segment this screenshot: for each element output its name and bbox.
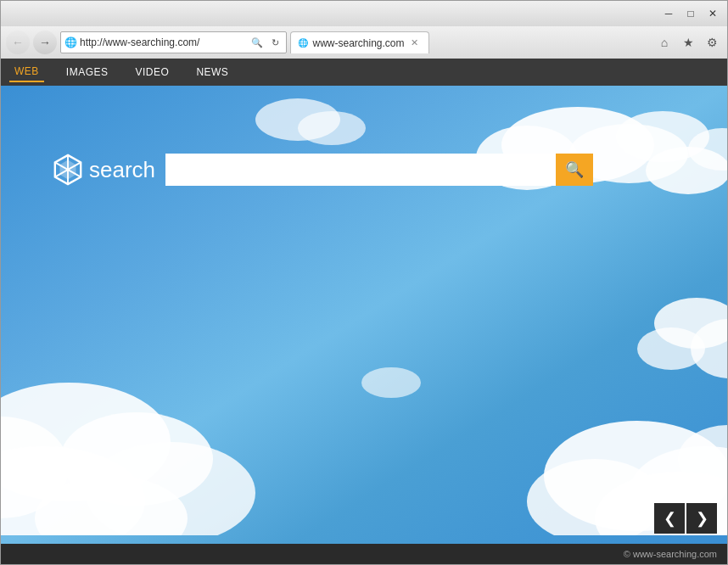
menu-bar: WEB IMAGES VIDEO NEWS (1, 59, 727, 86)
title-bar: ─ □ ✕ (1, 1, 727, 26)
search-button[interactable]: 🔍 (556, 154, 593, 186)
forward-button[interactable]: → (33, 31, 57, 54)
home-button[interactable]: ⌂ (654, 32, 675, 53)
menu-item-video[interactable]: VIDEO (131, 63, 175, 81)
back-button[interactable]: ← (6, 31, 30, 54)
brand-logo: search (52, 154, 155, 186)
browser-tab[interactable]: 🌐 www-searching.com ✕ (290, 31, 428, 53)
footer: © www-searching.com (1, 544, 727, 564)
menu-item-web[interactable]: WEB (9, 62, 44, 82)
logo-icon (52, 154, 84, 186)
nav-arrows: ❮ ❯ (654, 503, 717, 534)
nav-bar: ← → 🌐 🔍 ↻ 🌐 www-searching.com ✕ ⌂ ★ ⚙ (1, 26, 727, 59)
menu-item-news[interactable]: NEWS (191, 63, 233, 81)
tab-favicon: 🌐 (298, 38, 308, 48)
footer-text: © www-searching.com (624, 549, 717, 559)
close-button[interactable]: ✕ (702, 5, 724, 22)
tab-close-button[interactable]: ✕ (409, 37, 420, 48)
address-input[interactable] (80, 36, 247, 48)
search-input[interactable] (165, 154, 556, 186)
restore-button[interactable]: □ (680, 5, 702, 22)
search-address-button[interactable]: 🔍 (249, 35, 265, 50)
tab-title: www-searching.com (312, 37, 404, 49)
main-content: search 🔍 ❮ ❯ (1, 86, 727, 544)
settings-button[interactable]: ⚙ (702, 32, 722, 53)
next-arrow-button[interactable]: ❯ (686, 503, 717, 534)
menu-item-images[interactable]: IMAGES (61, 63, 114, 81)
address-bar: 🌐 🔍 ↻ (60, 31, 287, 53)
address-favicon: 🌐 (64, 36, 77, 48)
search-widget: search 🔍 (52, 154, 593, 186)
search-form: 🔍 (165, 154, 593, 186)
refresh-button[interactable]: ↻ (267, 35, 283, 50)
search-icon: 🔍 (565, 160, 584, 179)
favorites-button[interactable]: ★ (678, 32, 698, 53)
minimize-button[interactable]: ─ (658, 5, 680, 22)
browser-window: ─ □ ✕ ← → 🌐 🔍 ↻ 🌐 www-searching.com ✕ ⌂ … (0, 0, 728, 565)
prev-arrow-button[interactable]: ❮ (654, 503, 685, 534)
brand-name: search (89, 157, 155, 183)
